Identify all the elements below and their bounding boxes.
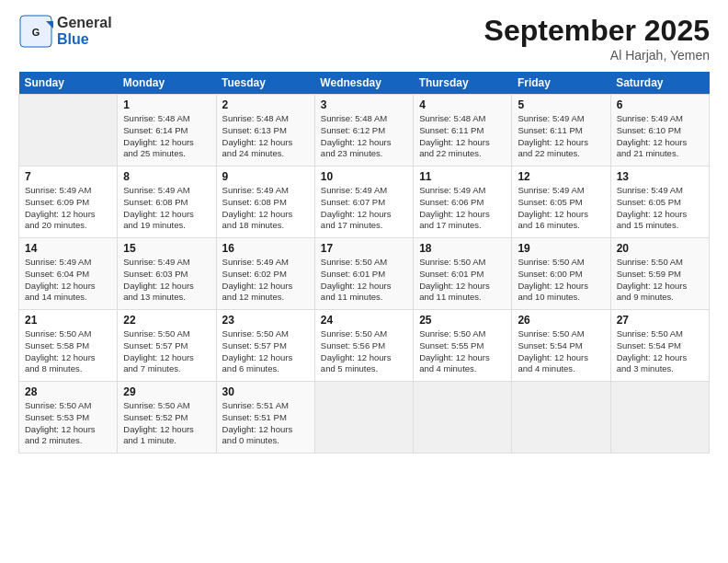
svg-text:G: G bbox=[32, 27, 40, 38]
calendar-week-1: 1Sunrise: 5:48 AM Sunset: 6:14 PM Daylig… bbox=[19, 95, 710, 167]
calendar-cell: 19Sunrise: 5:50 AM Sunset: 6:00 PM Dayli… bbox=[512, 238, 610, 310]
calendar-cell: 7Sunrise: 5:49 AM Sunset: 6:09 PM Daylig… bbox=[19, 167, 118, 238]
day-info: Sunrise: 5:49 AM Sunset: 6:04 PM Dayligh… bbox=[25, 257, 111, 304]
logo-general: General bbox=[57, 15, 112, 30]
calendar-cell: 29Sunrise: 5:50 AM Sunset: 5:52 PM Dayli… bbox=[118, 382, 216, 454]
calendar-cell: 27Sunrise: 5:50 AM Sunset: 5:54 PM Dayli… bbox=[610, 310, 709, 382]
day-info: Sunrise: 5:48 AM Sunset: 6:13 PM Dayligh… bbox=[222, 113, 309, 160]
day-info: Sunrise: 5:49 AM Sunset: 6:06 PM Dayligh… bbox=[419, 185, 506, 232]
day-info: Sunrise: 5:48 AM Sunset: 6:11 PM Dayligh… bbox=[419, 113, 506, 160]
calendar-cell: 26Sunrise: 5:50 AM Sunset: 5:54 PM Dayli… bbox=[512, 310, 610, 382]
day-info: Sunrise: 5:50 AM Sunset: 5:56 PM Dayligh… bbox=[321, 328, 407, 375]
day-number: 15 bbox=[123, 242, 210, 255]
calendar-cell: 5Sunrise: 5:49 AM Sunset: 6:11 PM Daylig… bbox=[512, 95, 610, 167]
day-number: 29 bbox=[123, 385, 210, 398]
day-number: 27 bbox=[617, 314, 703, 327]
calendar-cell: 10Sunrise: 5:49 AM Sunset: 6:07 PM Dayli… bbox=[314, 167, 413, 238]
day-info: Sunrise: 5:48 AM Sunset: 6:12 PM Dayligh… bbox=[321, 113, 407, 160]
day-info: Sunrise: 5:49 AM Sunset: 6:03 PM Dayligh… bbox=[123, 257, 210, 304]
month-title: September 2025 bbox=[484, 14, 710, 48]
calendar-week-2: 7Sunrise: 5:49 AM Sunset: 6:09 PM Daylig… bbox=[19, 167, 710, 238]
day-number: 9 bbox=[222, 170, 309, 183]
calendar-cell: 12Sunrise: 5:49 AM Sunset: 6:05 PM Dayli… bbox=[512, 167, 610, 238]
calendar-cell bbox=[414, 382, 512, 454]
day-info: Sunrise: 5:49 AM Sunset: 6:05 PM Dayligh… bbox=[617, 185, 703, 232]
calendar-cell: 16Sunrise: 5:49 AM Sunset: 6:02 PM Dayli… bbox=[216, 238, 314, 310]
weekday-header-tuesday: Tuesday bbox=[216, 72, 314, 95]
day-number: 26 bbox=[518, 314, 604, 327]
day-number: 3 bbox=[321, 98, 407, 111]
day-number: 25 bbox=[419, 314, 506, 327]
day-number: 2 bbox=[222, 98, 309, 111]
day-info: Sunrise: 5:50 AM Sunset: 6:01 PM Dayligh… bbox=[419, 257, 506, 304]
calendar-cell: 23Sunrise: 5:50 AM Sunset: 5:57 PM Dayli… bbox=[216, 310, 314, 382]
calendar-header: SundayMondayTuesdayWednesdayThursdayFrid… bbox=[19, 72, 710, 95]
day-number: 19 bbox=[518, 242, 604, 255]
calendar-cell: 8Sunrise: 5:49 AM Sunset: 6:08 PM Daylig… bbox=[118, 167, 216, 238]
weekday-header-row: SundayMondayTuesdayWednesdayThursdayFrid… bbox=[19, 72, 710, 95]
day-info: Sunrise: 5:49 AM Sunset: 6:10 PM Dayligh… bbox=[617, 113, 703, 160]
weekday-header-monday: Monday bbox=[118, 72, 216, 95]
weekday-header-saturday: Saturday bbox=[610, 72, 709, 95]
calendar-cell: 17Sunrise: 5:50 AM Sunset: 6:01 PM Dayli… bbox=[314, 238, 413, 310]
calendar-week-5: 28Sunrise: 5:50 AM Sunset: 5:53 PM Dayli… bbox=[19, 382, 710, 454]
day-info: Sunrise: 5:51 AM Sunset: 5:51 PM Dayligh… bbox=[222, 400, 309, 447]
calendar-cell: 13Sunrise: 5:49 AM Sunset: 6:05 PM Dayli… bbox=[610, 167, 709, 238]
calendar-cell bbox=[610, 382, 709, 454]
day-number: 5 bbox=[518, 98, 604, 111]
calendar-cell bbox=[512, 382, 610, 454]
logo: G General Blue bbox=[18, 14, 112, 49]
day-info: Sunrise: 5:48 AM Sunset: 6:14 PM Dayligh… bbox=[123, 113, 210, 160]
day-info: Sunrise: 5:50 AM Sunset: 5:54 PM Dayligh… bbox=[617, 328, 703, 375]
calendar-cell: 11Sunrise: 5:49 AM Sunset: 6:06 PM Dayli… bbox=[414, 167, 512, 238]
day-info: Sunrise: 5:50 AM Sunset: 5:52 PM Dayligh… bbox=[123, 400, 210, 447]
calendar-cell: 14Sunrise: 5:49 AM Sunset: 6:04 PM Dayli… bbox=[19, 238, 118, 310]
calendar-cell: 28Sunrise: 5:50 AM Sunset: 5:53 PM Dayli… bbox=[19, 382, 118, 454]
location: Al Harjah, Yemen bbox=[484, 48, 710, 63]
day-number: 6 bbox=[617, 98, 703, 111]
day-number: 13 bbox=[617, 170, 703, 183]
weekday-header-thursday: Thursday bbox=[414, 72, 512, 95]
weekday-header-sunday: Sunday bbox=[19, 72, 118, 95]
title-section: September 2025 Al Harjah, Yemen bbox=[484, 14, 710, 63]
day-number: 1 bbox=[123, 98, 210, 111]
calendar-cell: 20Sunrise: 5:50 AM Sunset: 5:59 PM Dayli… bbox=[610, 238, 709, 310]
calendar-cell: 9Sunrise: 5:49 AM Sunset: 6:08 PM Daylig… bbox=[216, 167, 314, 238]
day-info: Sunrise: 5:50 AM Sunset: 5:55 PM Dayligh… bbox=[419, 328, 506, 375]
day-info: Sunrise: 5:50 AM Sunset: 5:53 PM Dayligh… bbox=[25, 400, 111, 447]
day-number: 28 bbox=[25, 385, 111, 398]
main-container: G General Blue September 2025 Al Harjah,… bbox=[0, 0, 728, 463]
day-info: Sunrise: 5:50 AM Sunset: 5:57 PM Dayligh… bbox=[123, 328, 210, 375]
calendar-week-4: 21Sunrise: 5:50 AM Sunset: 5:58 PM Dayli… bbox=[19, 310, 710, 382]
day-number: 23 bbox=[222, 314, 309, 327]
day-number: 16 bbox=[222, 242, 309, 255]
day-info: Sunrise: 5:50 AM Sunset: 5:59 PM Dayligh… bbox=[617, 257, 703, 304]
calendar-cell: 18Sunrise: 5:50 AM Sunset: 6:01 PM Dayli… bbox=[414, 238, 512, 310]
day-number: 21 bbox=[25, 314, 111, 327]
calendar-cell: 24Sunrise: 5:50 AM Sunset: 5:56 PM Dayli… bbox=[314, 310, 413, 382]
day-number: 17 bbox=[321, 242, 407, 255]
day-number: 24 bbox=[321, 314, 407, 327]
day-number: 11 bbox=[419, 170, 506, 183]
calendar-table: SundayMondayTuesdayWednesdayThursdayFrid… bbox=[18, 72, 710, 454]
day-info: Sunrise: 5:49 AM Sunset: 6:05 PM Dayligh… bbox=[518, 185, 604, 232]
day-info: Sunrise: 5:50 AM Sunset: 5:58 PM Dayligh… bbox=[25, 328, 111, 375]
calendar-cell bbox=[314, 382, 413, 454]
calendar-cell: 6Sunrise: 5:49 AM Sunset: 6:10 PM Daylig… bbox=[610, 95, 709, 167]
day-number: 30 bbox=[222, 385, 309, 398]
header: G General Blue September 2025 Al Harjah,… bbox=[18, 14, 710, 63]
calendar-cell: 1Sunrise: 5:48 AM Sunset: 6:14 PM Daylig… bbox=[118, 95, 216, 167]
calendar-cell: 25Sunrise: 5:50 AM Sunset: 5:55 PM Dayli… bbox=[414, 310, 512, 382]
logo-blue: Blue bbox=[57, 31, 89, 47]
day-info: Sunrise: 5:49 AM Sunset: 6:08 PM Dayligh… bbox=[123, 185, 210, 232]
day-number: 14 bbox=[25, 242, 111, 255]
day-number: 12 bbox=[518, 170, 604, 183]
day-number: 10 bbox=[321, 170, 407, 183]
day-number: 20 bbox=[617, 242, 703, 255]
calendar-cell: 3Sunrise: 5:48 AM Sunset: 6:12 PM Daylig… bbox=[314, 95, 413, 167]
day-info: Sunrise: 5:50 AM Sunset: 6:00 PM Dayligh… bbox=[518, 257, 604, 304]
day-info: Sunrise: 5:49 AM Sunset: 6:09 PM Dayligh… bbox=[25, 185, 111, 232]
day-number: 8 bbox=[123, 170, 210, 183]
day-info: Sunrise: 5:49 AM Sunset: 6:07 PM Dayligh… bbox=[321, 185, 407, 232]
calendar-cell bbox=[19, 95, 118, 167]
